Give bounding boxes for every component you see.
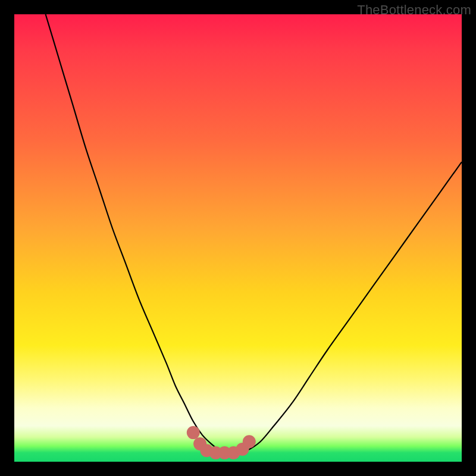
watermark-text: TheBottleneck.com bbox=[357, 2, 471, 18]
chart-plot-area bbox=[14, 14, 462, 462]
bottleneck-curve bbox=[46, 14, 462, 453]
chart-frame: TheBottleneck.com bbox=[0, 0, 476, 476]
curve-markers bbox=[187, 426, 256, 459]
curve-marker bbox=[243, 435, 256, 448]
chart-svg bbox=[14, 14, 462, 462]
curve-marker bbox=[187, 426, 200, 439]
